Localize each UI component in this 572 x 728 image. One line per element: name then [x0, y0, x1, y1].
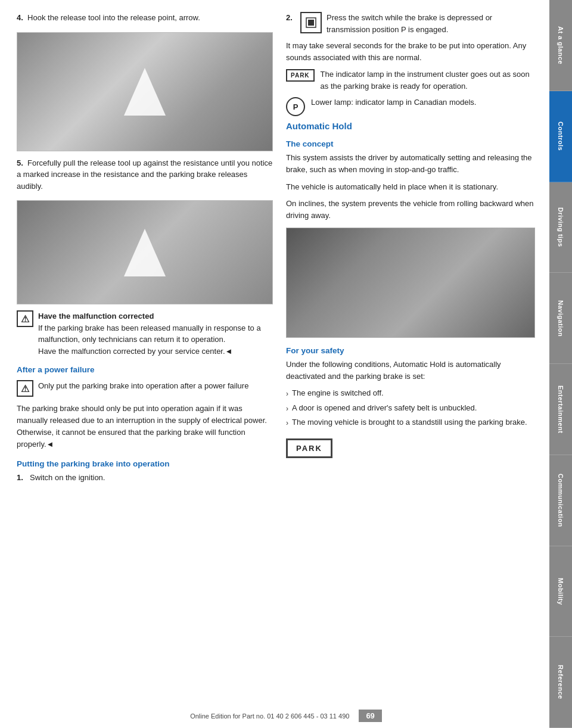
step-4-text: Hook the release tool into the release p…: [27, 13, 200, 22]
bullet-3: › The moving vehicle is brought to a sta…: [286, 416, 535, 429]
page-footer: Online Edition for Part no. 01 40 2 606 …: [0, 710, 572, 722]
section-putting-brake: Putting the parking brake into operation: [17, 459, 273, 468]
indicator-canadian-text: Lower lamp: indicator lamp in Canadian m…: [311, 97, 476, 108]
warning-box-1: ⚠ Have the malfunction corrected If the …: [17, 310, 273, 357]
warning-icon-2: ⚠: [17, 380, 33, 397]
sidebar-tab-label-6: Mobility: [557, 578, 564, 605]
sidebar-tab-label-2: Driving tips: [557, 207, 564, 247]
svg-marker-0: [124, 68, 166, 116]
interior-image-bg: [287, 228, 534, 337]
warning-text-1: Have the malfunction corrected If the pa…: [38, 310, 273, 357]
sidebar-tab-at-a-glance[interactable]: At a glance: [549, 0, 572, 91]
svg-marker-1: [124, 229, 166, 276]
sidebar-tab-mobility[interactable]: Mobility: [549, 546, 572, 637]
car-image-top-bg: [17, 33, 272, 151]
switch-icon: [300, 12, 322, 33]
footer-text: Online Edition for Part no. 01 40 2 606 …: [190, 713, 349, 720]
concept-text-2: The vehicle is automatically held in pla…: [286, 181, 535, 193]
warning-text-2: Only put the parking brake into operatio…: [38, 380, 248, 392]
indicator-park-text: The indicator lamp in the instrument clu…: [321, 69, 535, 92]
sidebar-tab-label-4: Entertainment: [557, 385, 564, 433]
chevron-icon-2: ›: [286, 403, 288, 415]
canadian-indicator-icon: P: [286, 97, 305, 116]
step-1-text: Switch on the ignition.: [30, 472, 105, 484]
chevron-icon-1: ›: [286, 388, 288, 400]
indicator-canadian: P Lower lamp: indicator lamp in Canadian…: [286, 97, 535, 116]
concept-heading: The concept: [286, 139, 535, 148]
step-1-ignition: 1. Switch on the ignition.: [17, 472, 273, 484]
car-image-mid: [17, 200, 273, 304]
safety-intro-text: Under the following conditions, Automati…: [286, 359, 535, 382]
bullet-1-text: The engine is switched off.: [292, 387, 384, 399]
section-safety: For your safety: [286, 346, 535, 355]
sidebar-tab-label-1: Controls: [557, 122, 564, 151]
section-power-failure: After a power failure: [17, 365, 273, 374]
sidebar-tab-driving-tips[interactable]: Driving tips: [549, 182, 572, 273]
left-column: 4. Hook the release tool into the releas…: [17, 12, 273, 698]
concept-text-3: On inclines, the system prevents the veh…: [286, 198, 535, 222]
step-2-num: 2.: [286, 12, 296, 24]
step-2-text: Press the switch while the brake is depr…: [327, 12, 535, 35]
indicator-park: PARK The indicator lamp in the instrumen…: [286, 69, 535, 92]
content-area: 4. Hook the release tool into the releas…: [0, 0, 549, 728]
sidebar-tab-label-0: At a glance: [557, 26, 564, 64]
power-failure-text: The parking brake should only be put int…: [17, 403, 273, 451]
warning-icon-1: ⚠: [17, 310, 33, 327]
bullet-2: › A door is opened and driver's safety b…: [286, 402, 535, 415]
step-5: 5. Forcefully pull the release tool up a…: [17, 157, 273, 192]
step-5-text: Forcefully pull the release tool up agai…: [17, 158, 272, 191]
bullet-3-text: The moving vehicle is brought to a stand…: [292, 416, 527, 428]
bullet-1: › The engine is switched off.: [286, 387, 535, 400]
bullet-2-text: A door is opened and driver's safety bel…: [292, 402, 477, 414]
step-1-num: 1.: [17, 472, 26, 484]
interior-image: [286, 228, 535, 338]
car-image-mid-bg: [17, 201, 272, 304]
section-automatic-hold: Automatic Hold: [286, 121, 535, 131]
step-4-number: 4.: [17, 13, 23, 22]
car-image-top: [17, 32, 273, 151]
park-badge-indicator: PARK: [286, 69, 315, 82]
seconds-text: It may take several seconds for the brak…: [286, 40, 535, 64]
right-column: 2. Press the switch while the brake is d…: [286, 12, 535, 698]
page-wrapper: 4. Hook the release tool into the releas…: [0, 0, 572, 728]
park-badge-bottom-container: PARK: [286, 434, 535, 458]
park-badge-bottom: PARK: [286, 438, 332, 458]
chevron-icon-3: ›: [286, 418, 288, 429]
svg-rect-3: [308, 20, 314, 26]
page-number: 69: [359, 710, 381, 722]
sidebar-tab-entertainment[interactable]: Entertainment: [549, 364, 572, 455]
warning-heading-1: Have the malfunction corrected: [38, 312, 154, 321]
arrow-up-icon-2: [121, 226, 169, 279]
step-2-press: 2. Press the switch while the brake is d…: [286, 12, 535, 35]
warning-body-1: If the parking brake has been released m…: [38, 323, 261, 356]
step-5-number: 5.: [17, 158, 23, 167]
sidebar: At a glance Controls Driving tips Naviga…: [549, 0, 572, 728]
safety-bullet-list: › The engine is switched off. › A door i…: [286, 387, 535, 429]
sidebar-tab-communication[interactable]: Communication: [549, 455, 572, 546]
sidebar-tab-label-7: Reference: [557, 665, 564, 699]
switch-svg: [305, 17, 317, 29]
sidebar-tab-controls[interactable]: Controls: [549, 91, 572, 182]
step-4: 4. Hook the release tool into the releas…: [17, 12, 273, 24]
sidebar-tab-navigation[interactable]: Navigation: [549, 273, 572, 364]
concept-text-1: This system assists the driver by automa…: [286, 152, 535, 176]
arrow-up-icon: [121, 65, 169, 119]
sidebar-tab-label-3: Navigation: [557, 300, 564, 337]
sidebar-tab-label-5: Communication: [557, 474, 564, 527]
warning-box-2: ⚠ Only put the parking brake into operat…: [17, 380, 273, 397]
